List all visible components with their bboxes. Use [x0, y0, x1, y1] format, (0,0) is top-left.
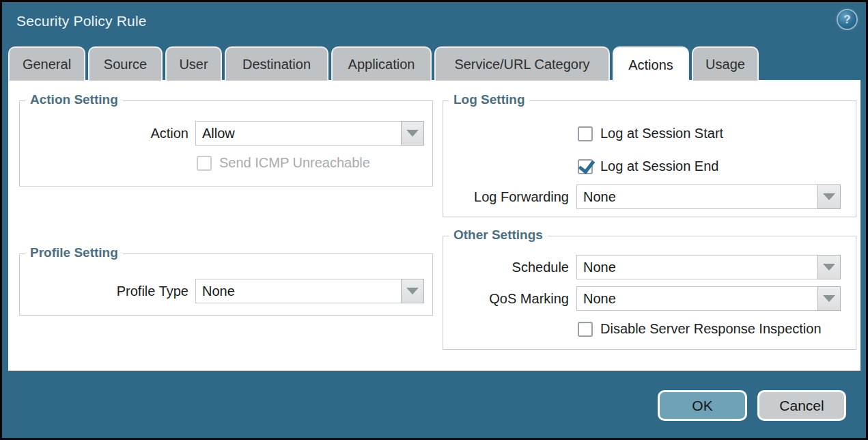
chevron-down-icon[interactable]: [817, 286, 841, 311]
log-session-end-label: Log at Session End: [600, 159, 718, 174]
tab-general[interactable]: General: [8, 46, 85, 81]
dsri-label: Disable Server Response Inspection: [600, 321, 822, 337]
log-session-start-label: Log at Session Start: [600, 126, 723, 141]
log-setting-legend: Log Setting: [449, 92, 529, 107]
log-forwarding-dropdown-value[interactable]: None: [576, 184, 817, 209]
qos-marking-dropdown-value[interactable]: None: [576, 286, 817, 311]
tab-actions[interactable]: Actions: [613, 46, 689, 82]
profile-setting-legend: Profile Setting: [25, 245, 123, 260]
send-icmp-unreachable-checkbox[interactable]: [197, 156, 212, 171]
action-dropdown[interactable]: Allow: [195, 121, 424, 146]
tab-destination[interactable]: Destination: [225, 46, 328, 81]
tab-source[interactable]: Source: [88, 46, 163, 81]
log-session-end-checkbox-row: Log at Session End: [578, 159, 718, 174]
tab-user[interactable]: User: [165, 46, 222, 81]
ok-button[interactable]: OK: [658, 390, 747, 421]
action-setting-legend: Action Setting: [25, 92, 123, 107]
tab-application[interactable]: Application: [331, 46, 432, 81]
send-icmp-unreachable-checkbox-row: Send ICMP Unreachable: [197, 155, 370, 171]
schedule-dropdown-value[interactable]: None: [576, 255, 817, 279]
schedule-label: Schedule: [443, 255, 569, 279]
profile-type-dropdown[interactable]: None: [195, 279, 424, 303]
log-session-start-checkbox-row: Log at Session Start: [578, 126, 723, 141]
dialog-title: Security Policy Rule: [16, 13, 147, 29]
log-forwarding-label: Log Forwarding: [443, 184, 569, 209]
tab-content: Action Setting Action Allow Send ICMP Un…: [8, 80, 860, 371]
action-label: Action: [20, 121, 188, 146]
schedule-dropdown[interactable]: None: [576, 255, 841, 279]
action-setting-group: Action Setting Action Allow Send ICMP Un…: [19, 100, 433, 187]
qos-marking-dropdown[interactable]: None: [576, 286, 841, 311]
chevron-down-icon[interactable]: [401, 279, 424, 303]
qos-marking-label: QoS Marking: [443, 286, 569, 311]
send-icmp-unreachable-label: Send ICMP Unreachable: [219, 155, 370, 171]
tab-bar: General Source User Destination Applicat…: [8, 46, 759, 81]
log-session-end-checkbox[interactable]: [578, 159, 593, 174]
other-settings-legend: Other Settings: [449, 228, 548, 243]
profile-type-dropdown-value[interactable]: None: [195, 279, 401, 303]
profile-setting-group: Profile Setting Profile Type None: [19, 253, 433, 316]
action-dropdown-value[interactable]: Allow: [195, 121, 401, 146]
cancel-button[interactable]: Cancel: [757, 390, 846, 421]
log-session-start-checkbox[interactable]: [578, 126, 593, 141]
help-icon[interactable]: ?: [838, 10, 856, 29]
profile-type-label: Profile Type: [20, 279, 188, 303]
log-forwarding-dropdown[interactable]: None: [576, 184, 841, 209]
chevron-down-icon[interactable]: [817, 184, 841, 209]
chevron-down-icon[interactable]: [817, 255, 841, 279]
dsri-checkbox[interactable]: [578, 322, 593, 337]
tab-usage[interactable]: Usage: [692, 46, 759, 81]
other-settings-group: Other Settings Schedule None QoS Marking…: [443, 236, 856, 350]
chevron-down-icon[interactable]: [401, 121, 424, 146]
dsri-checkbox-row: Disable Server Response Inspection: [578, 321, 822, 337]
log-setting-group: Log Setting Log at Session Start Log at …: [443, 100, 856, 217]
security-policy-rule-dialog: Security Policy Rule ? General Source Us…: [0, 0, 868, 440]
tab-service-url-category[interactable]: Service/URL Category: [434, 46, 610, 81]
